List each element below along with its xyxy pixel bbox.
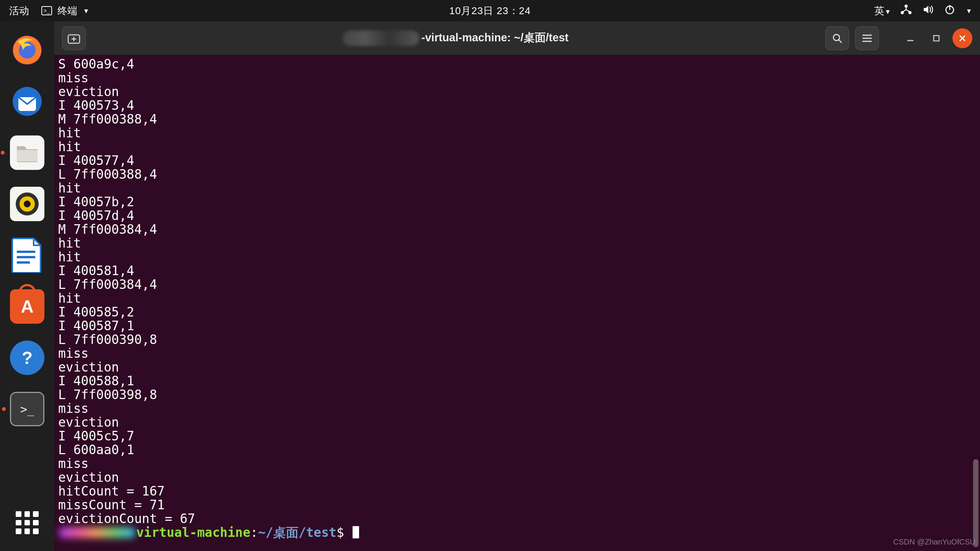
svg-rect-13: [17, 256, 35, 258]
clock[interactable]: 10月23日 23：24: [449, 4, 531, 18]
new-tab-button[interactable]: [62, 26, 86, 50]
input-method-indicator[interactable]: 英▾: [874, 4, 890, 18]
hamburger-menu-button[interactable]: [855, 26, 879, 50]
svg-rect-8: [17, 150, 38, 161]
close-button[interactable]: [952, 28, 972, 48]
terminal-window: -virtual-machine: ~/桌面/test S 600a9c,4 m…: [54, 21, 980, 551]
prompt-line: virtual-machine:~/桌面/test$: [58, 526, 976, 540]
redacted-username: [343, 31, 419, 46]
headerbar: -virtual-machine: ~/桌面/test: [54, 21, 980, 55]
dock-firefox[interactable]: [10, 33, 44, 67]
search-button[interactable]: [825, 26, 849, 50]
prompt-host: virtual-machine: [136, 525, 250, 540]
svg-point-0: [905, 5, 907, 7]
cursor: [353, 526, 359, 538]
redacted-username: [59, 528, 136, 538]
dock-ubuntu-software[interactable]: A: [10, 289, 44, 324]
window-title: -virtual-machine: ~/桌面/test: [92, 30, 819, 46]
volume-icon[interactable]: [923, 5, 934, 17]
dock-rhythmbox[interactable]: [10, 187, 44, 221]
chevron-down-icon: ▾: [84, 6, 88, 15]
svg-rect-24: [934, 36, 939, 41]
svg-line-19: [839, 40, 841, 42]
app-menu-button[interactable]: >_ 终端 ▾: [41, 4, 88, 18]
network-icon[interactable]: [900, 5, 912, 17]
dock-terminal[interactable]: >_: [10, 392, 44, 426]
terminal-content[interactable]: S 600a9c,4 miss eviction I 400573,4 M 7f…: [54, 55, 980, 551]
svg-point-11: [24, 201, 31, 207]
app-menu-label: 终端: [57, 4, 77, 18]
system-top-bar: 活动 >_ 终端 ▾ 10月23日 23：24 英▾ ▾: [0, 0, 980, 21]
minimize-button[interactable]: [900, 28, 920, 48]
activities-button[interactable]: 活动: [9, 4, 29, 18]
dock-files[interactable]: [10, 135, 44, 170]
power-icon[interactable]: [945, 5, 955, 17]
prompt-path: ~/桌面/test: [258, 525, 336, 540]
dock-libreoffice-writer[interactable]: [10, 238, 44, 272]
show-applications-button[interactable]: [16, 511, 39, 534]
terminal-app-icon: >_: [41, 6, 52, 15]
svg-rect-12: [17, 251, 35, 253]
dock: A ? >_: [0, 21, 54, 551]
dock-help[interactable]: ?: [10, 341, 44, 375]
dock-thunderbird[interactable]: [10, 84, 44, 119]
system-menu-chevron-icon[interactable]: ▾: [967, 6, 971, 15]
maximize-button[interactable]: [926, 28, 946, 48]
watermark: CSDN @ZhanYuOfCSU: [893, 535, 975, 549]
scrollbar-thumb[interactable]: [973, 459, 978, 547]
svg-rect-14: [17, 261, 30, 264]
